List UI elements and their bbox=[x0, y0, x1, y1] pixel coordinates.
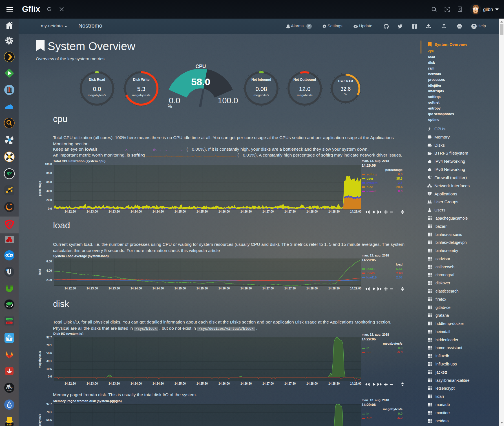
svg-text:librarian: librarian bbox=[7, 390, 12, 391]
svg-text:LAZY: LAZY bbox=[6, 387, 13, 390]
svg-text:Offline: Offline bbox=[7, 322, 12, 324]
svg-text:Online: Online bbox=[7, 318, 12, 320]
svg-text:?: ? bbox=[473, 24, 475, 28]
svg-text:sab: sab bbox=[7, 423, 12, 426]
